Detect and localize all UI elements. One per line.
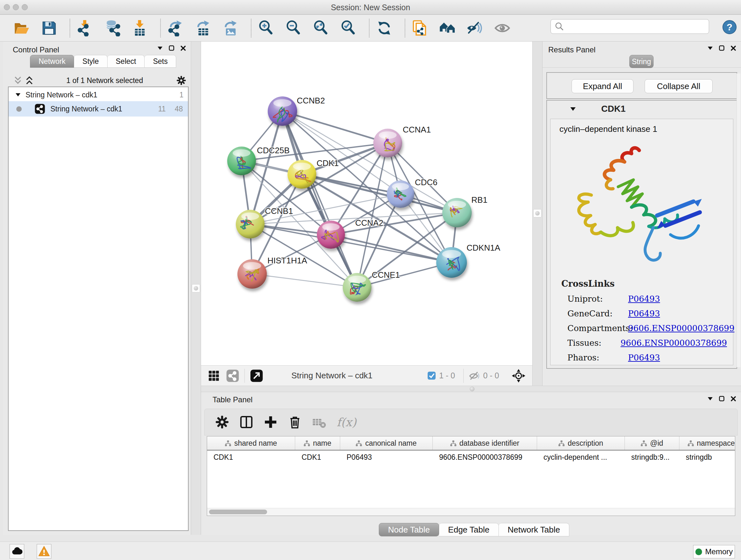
selected-checkbox[interactable] <box>427 371 436 380</box>
import-table-from-file-button[interactable] <box>131 19 149 37</box>
show-all-button[interactable] <box>493 19 511 37</box>
tab-network-table[interactable]: Network Table <box>499 523 569 537</box>
column-header-shared-name[interactable]: shared name <box>207 436 295 450</box>
table-cell[interactable]: 9606.ENSP00000378699 <box>433 450 537 464</box>
zoom-fit-button[interactable] <box>312 19 330 37</box>
collection-expand-icon[interactable] <box>16 93 20 97</box>
import-network-from-database-button[interactable] <box>104 19 121 37</box>
open-file-button[interactable] <box>13 19 30 37</box>
table-cell[interactable]: CDK1 <box>295 450 340 464</box>
warnings-button[interactable] <box>37 544 51 559</box>
tab-sets[interactable]: Sets <box>145 55 176 68</box>
tab-edge-table[interactable]: Edge Table <box>439 523 499 537</box>
right-splitter-grip[interactable] <box>533 209 542 217</box>
crosslink-value-link[interactable]: P06493 <box>628 309 660 318</box>
table-cell[interactable]: stringdb <box>679 450 735 464</box>
delete-column-button[interactable] <box>285 412 305 432</box>
network-edge[interactable] <box>282 111 388 143</box>
float-panel-icon[interactable] <box>719 396 724 401</box>
cloud-services-button[interactable] <box>10 544 24 559</box>
horizontal-splitter-grip[interactable] <box>470 387 475 391</box>
left-splitter-grip[interactable] <box>192 284 200 293</box>
tab-network[interactable]: Network <box>30 55 74 68</box>
duplicate-network-button[interactable] <box>411 19 429 37</box>
export-network-button[interactable] <box>166 19 185 37</box>
close-panel-icon[interactable] <box>731 46 736 51</box>
left-splitter[interactable] <box>191 42 201 535</box>
table-cell[interactable]: stringdb:9... <box>625 450 679 464</box>
section-collapse-icon[interactable] <box>570 107 576 111</box>
minimize-window-button[interactable] <box>13 4 19 10</box>
panel-menu-icon[interactable] <box>158 47 162 50</box>
network-node-RB1[interactable]: RB1 <box>442 195 488 227</box>
network-node-CCNA1[interactable]: CCNA1 <box>374 125 431 158</box>
export-image-button[interactable] <box>221 19 239 37</box>
network-collection-row[interactable]: String Network – cdk1 1 <box>9 89 188 101</box>
results-scrollbar[interactable] <box>737 73 740 367</box>
create-column-button[interactable] <box>261 412 280 432</box>
network-edge[interactable] <box>252 274 357 287</box>
table-options-button[interactable] <box>212 412 232 432</box>
network-node-CCNE1[interactable]: CCNE1 <box>343 270 400 302</box>
column-header-description[interactable]: description <box>537 436 625 450</box>
detach-view-button[interactable] <box>250 369 263 382</box>
column-header-name[interactable]: name <box>295 436 340 450</box>
tab-node-table[interactable]: Node Table <box>379 523 439 537</box>
network-canvas[interactable]: CCNB2CCNA1CDC25BCDK1CDC6RB1CCNB1CCNA2CDK… <box>201 42 532 365</box>
birdseye-view-button[interactable] <box>511 368 526 383</box>
expand-all-networks-icon[interactable] <box>25 76 33 85</box>
close-panel-icon[interactable] <box>731 396 736 401</box>
network-node-HIST1H1A[interactable]: HIST1H1A <box>238 256 307 289</box>
node-section-header[interactable]: CDK1 <box>547 101 737 117</box>
panel-menu-icon[interactable] <box>708 397 713 400</box>
panel-menu-icon[interactable] <box>708 47 713 50</box>
hide-selected-button[interactable] <box>466 19 484 37</box>
network-node-CDC25B[interactable]: CDC25B <box>227 145 290 175</box>
import-network-from-database-icon <box>104 20 121 37</box>
crosslink-value-link[interactable]: P06493 <box>628 353 660 362</box>
table-cell[interactable]: P06493 <box>340 450 433 464</box>
crosslink-value-link[interactable]: 9606.ENSP00000378699 <box>628 323 734 333</box>
float-panel-icon[interactable] <box>169 45 174 51</box>
tab-select[interactable]: Select <box>108 55 145 68</box>
table-cell[interactable]: cyclin-dependent ... <box>537 450 625 464</box>
network-row-selected[interactable]: String Network – cdk1 11 48 <box>9 101 188 117</box>
right-splitter[interactable] <box>532 42 542 386</box>
import-network-from-file-button[interactable] <box>76 19 94 37</box>
close-panel-icon[interactable] <box>181 46 186 51</box>
close-window-button[interactable] <box>4 4 10 10</box>
crosslink-value-link[interactable]: 9606.ENSP00000378699 <box>621 338 727 348</box>
network-node-CDKN1A[interactable]: CDKN1A <box>436 243 500 278</box>
crosslink-value-link[interactable]: P06493 <box>628 294 660 304</box>
update-network-button[interactable] <box>375 19 393 37</box>
memory-button[interactable]: Memory <box>693 545 735 558</box>
export-table-button[interactable] <box>194 19 212 37</box>
column-header-canonical-name[interactable]: canonical name <box>340 436 433 450</box>
grid-view-button[interactable] <box>207 369 220 382</box>
search-input[interactable] <box>564 22 705 31</box>
zoom-in-button[interactable] <box>257 19 275 37</box>
zoom-selected-button[interactable] <box>340 19 357 37</box>
save-session-button[interactable] <box>40 19 58 37</box>
float-panel-icon[interactable] <box>719 45 724 51</box>
table-hscrollbar[interactable] <box>207 508 735 516</box>
string-view-button[interactable] <box>226 369 239 382</box>
horizontal-splitter[interactable] <box>201 386 741 392</box>
network-options-gear-icon[interactable] <box>176 75 187 86</box>
column-header-@id[interactable]: @id <box>625 436 679 450</box>
tab-style[interactable]: Style <box>74 55 107 68</box>
zoom-out-button[interactable] <box>285 19 302 37</box>
search-field[interactable] <box>550 19 709 34</box>
show-columns-button[interactable] <box>237 412 256 432</box>
table-hscroll-thumb[interactable] <box>209 509 267 514</box>
column-header-namespace[interactable]: namespace <box>679 436 735 450</box>
help-button[interactable]: ? <box>722 19 737 35</box>
first-neighbors-button[interactable] <box>439 19 456 37</box>
expand-all-button[interactable]: Expand All <box>571 79 633 93</box>
zoom-window-button[interactable] <box>22 4 28 10</box>
column-header-database-identifier[interactable]: database identifier <box>433 436 537 450</box>
table-cell[interactable]: CDK1 <box>207 450 295 464</box>
collapse-all-networks-icon[interactable] <box>14 76 22 85</box>
tab-string[interactable]: String <box>629 55 654 68</box>
collapse-all-button[interactable]: Collapse All <box>645 79 713 93</box>
